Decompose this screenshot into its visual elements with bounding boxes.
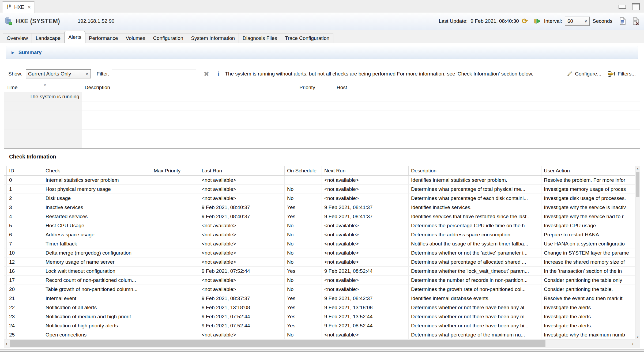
tab-label: Overview (7, 35, 28, 41)
show-select[interactable]: Current Alerts Only ∨ (26, 69, 91, 78)
cell-next-run: <not available> (322, 248, 409, 257)
tab-diagnosis-files[interactable]: Diagnosis Files (239, 33, 281, 43)
minimize-view-icon[interactable] (619, 5, 626, 9)
tab-system-information[interactable]: System Information (187, 33, 239, 43)
table-row[interactable]: 16 Lock wait timeout configuration 9 Feb… (4, 267, 635, 276)
tab-volumes[interactable]: Volumes (122, 33, 149, 43)
column-header-id[interactable]: ID (7, 166, 43, 175)
filters-button[interactable]: Filters... (607, 70, 636, 77)
table-row[interactable] (4, 139, 640, 148)
scroll-right-icon[interactable]: › (630, 339, 635, 348)
scroll-up-icon[interactable]: ∧ (635, 166, 640, 172)
column-header-last-run[interactable]: Last Run (199, 166, 285, 175)
filter-input[interactable] (112, 70, 196, 78)
vertical-scrollbar[interactable]: ∧ ∨ (635, 166, 640, 339)
tab-configuration[interactable]: Configuration (149, 33, 187, 43)
close-icon[interactable]: ✕ (27, 5, 31, 10)
table-row[interactable]: 24 Notification of high priority alerts … (4, 321, 635, 330)
column-header-description[interactable]: Description (409, 166, 541, 175)
column-header-max-priority[interactable]: Max Priority (151, 166, 199, 175)
cell-next-run: <not available> (322, 239, 409, 248)
clear-filter-icon[interactable]: ✖ (204, 71, 209, 77)
export-table-icon[interactable] (619, 17, 626, 25)
last-update-value: 9 Feb 2021, 08:40:30 (470, 18, 519, 24)
cell-id: 10 (7, 248, 43, 257)
table-row[interactable]: 12 Memory usage of name server <not avai… (4, 258, 635, 267)
window-bottom-edge (0, 349, 644, 352)
row-gutter (4, 258, 7, 266)
table-row[interactable]: 7 Timer fallback <not available> No <not… (4, 239, 635, 248)
alerts-toolbar: Show: Current Alerts Only ∨ Filter: ✖ i … (4, 65, 640, 83)
cell-description: Determines what percentage of allocated … (409, 258, 541, 266)
maximize-view-icon[interactable] (632, 3, 640, 10)
cell-last-run: 9 Feb 2021, 07:52:44 (199, 267, 285, 275)
horizontal-scrollbar-thumb[interactable] (10, 340, 545, 347)
refresh-icon[interactable]: ⟳ (522, 18, 528, 25)
column-header-host[interactable]: Host (334, 83, 372, 92)
column-header-user-action[interactable]: User Action (541, 166, 635, 175)
tab-overview[interactable]: Overview (3, 33, 32, 43)
table-row[interactable]: 21 Internal event 9 Feb 2021, 08:37:37 Y… (4, 294, 635, 303)
cell-description (82, 92, 297, 101)
table-row[interactable]: 10 Delta merge (mergedog) configuration … (4, 248, 635, 258)
cell-max-priority (151, 185, 199, 194)
table-row[interactable]: 4 Restarted services 9 Feb 2021, 08:40:3… (4, 212, 635, 221)
cell-max-priority (151, 221, 199, 230)
table-row[interactable] (4, 120, 640, 130)
table-row[interactable]: 2 Disk usage <not available> No <not ava… (4, 194, 635, 203)
table-row[interactable]: The system is running (4, 92, 640, 101)
table-row[interactable]: 0 Internal statistics server problem <no… (4, 176, 635, 185)
cell-last-run: <not available> (199, 239, 285, 248)
cell-last-run: 9 Feb 2021, 08:37:37 (199, 294, 285, 303)
table-row[interactable]: 6 Address space usage <not available> No… (4, 230, 635, 239)
cell-max-priority (151, 212, 199, 221)
tab-landscape[interactable]: Landscape (32, 33, 65, 43)
table-row[interactable] (4, 101, 640, 111)
column-header-next-run[interactable]: Next Run (322, 166, 409, 175)
table-row[interactable]: 17 Record count of non-partitioned colum… (4, 276, 635, 285)
tab-performance[interactable]: Performance (85, 33, 122, 43)
table-row[interactable]: 22 Notification of all alerts 8 Feb 2021… (4, 303, 635, 312)
table-row[interactable] (4, 111, 640, 120)
tab-trace-configuration[interactable]: Trace Configuration (281, 33, 333, 43)
cell-next-run: <not available> (322, 276, 409, 285)
editor-tab-hxe[interactable]: HXE ✕ (2, 1, 35, 13)
cell-check: Disk usage (43, 194, 151, 203)
column-header-description[interactable]: Description (82, 83, 297, 92)
table-row[interactable] (4, 130, 640, 139)
table-row[interactable]: 25 Open connections <not available> No <… (4, 330, 635, 339)
cell-description: Identifies inactive services. (409, 203, 541, 212)
cell-id: 23 (7, 312, 43, 321)
cell-next-run: 9 Feb 2021, 13:52:44 (322, 312, 409, 321)
check-table: ID Check Max Priority Last Run On Schedu… (4, 166, 635, 339)
vertical-scrollbar-thumb[interactable] (636, 172, 639, 197)
scroll-down-icon[interactable]: ∨ (635, 334, 640, 339)
configure-label: Configure... (575, 71, 601, 77)
row-gutter (4, 276, 7, 285)
alerts-view: ▶ Summary Show: Current Alerts Only ∨ Fi… (0, 43, 644, 349)
table-row[interactable]: 3 Inactive services 9 Feb 2021, 08:40:37… (4, 203, 635, 212)
tab-alerts[interactable]: Alerts (64, 31, 85, 43)
cancel-refresh-icon[interactable] (632, 17, 639, 25)
column-header-time[interactable]: Time (4, 83, 82, 92)
interval-select[interactable]: 60 ∨ (565, 17, 590, 26)
configure-button[interactable]: Configure... (566, 71, 601, 77)
cell-description (82, 101, 297, 111)
cell-next-run: <not available> (322, 258, 409, 266)
cell-priority (297, 120, 334, 129)
horizontal-scrollbar[interactable]: ‹ › (4, 339, 635, 348)
column-header-check[interactable]: Check (43, 166, 151, 175)
auto-refresh-play-icon[interactable] (534, 18, 541, 24)
table-row[interactable]: 23 Notification of medium and high prior… (4, 312, 635, 321)
row-gutter (4, 221, 7, 230)
table-row[interactable]: 1 Host physical memory usage <not availa… (4, 185, 635, 194)
summary-section-header[interactable]: ▶ Summary (6, 46, 638, 59)
table-row[interactable]: 20 Table growth of non-partitioned colum… (4, 285, 635, 294)
cell-description: Determines whether or not there have bee… (409, 312, 541, 321)
column-header-on-schedule[interactable]: On Schedule (285, 166, 322, 175)
table-row[interactable]: 5 Host CPU Usage <not available> No <not… (4, 221, 635, 230)
column-header-priority[interactable]: Priority (297, 83, 334, 92)
cell-on-schedule: Yes (285, 312, 322, 321)
cell-check: Record count of non-partitioned colum... (43, 276, 151, 285)
scroll-left-icon[interactable]: ‹ (4, 339, 9, 348)
